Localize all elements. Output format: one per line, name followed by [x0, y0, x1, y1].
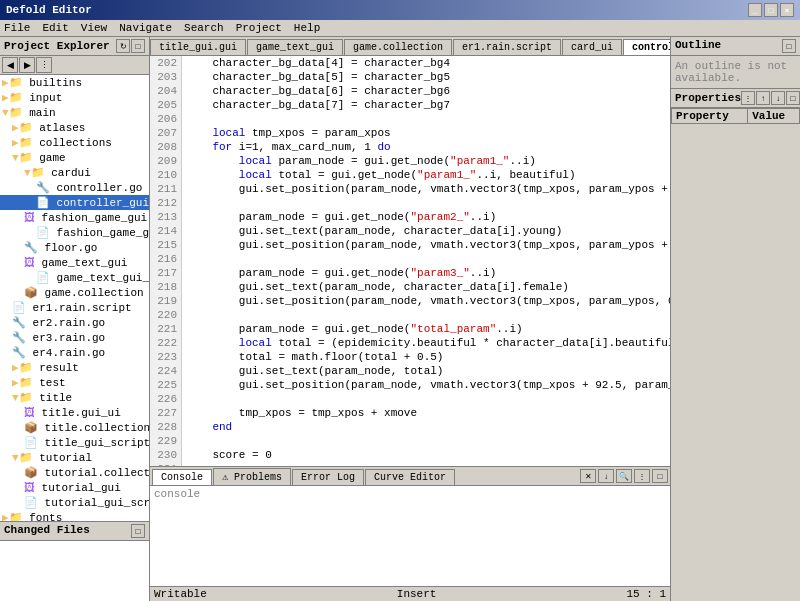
tree-item-input[interactable]: ▶📁 input — [0, 90, 149, 105]
tab-bar: title_gui.gui game_text_gui game.collect… — [150, 37, 670, 56]
tree-item-title-script[interactable]: 📄 title_gui_script — [0, 435, 149, 450]
menu-file[interactable]: File — [4, 22, 30, 34]
tree-item-floor[interactable]: 🔧 floor.go — [0, 240, 149, 255]
tab-game-collection[interactable]: game.collection — [344, 39, 452, 55]
status-insert: Insert — [397, 588, 437, 600]
sidebar-btn-2[interactable]: ▶ — [19, 57, 35, 73]
tree-item-fonts[interactable]: ▶📁 fonts — [0, 510, 149, 521]
properties-panel: Properties ⋮ ↑ ↓ □ Property Value — [671, 88, 800, 601]
prop-btn-1[interactable]: ⋮ — [741, 91, 755, 105]
tree-item-controller-gui-script[interactable]: 📄 controller_gui_script — [0, 195, 149, 210]
properties-toolbar: ⋮ ↑ ↓ □ — [741, 91, 800, 105]
tab-card-ui[interactable]: card_ui — [562, 39, 622, 55]
menu-project[interactable]: Project — [236, 22, 282, 34]
sidebar: Project Explorer ↻ □ ◀ ▶ ⋮ ▶📁 builtins ▶… — [0, 37, 150, 601]
bottom-tab-bar: Console ⚠ Problems Error Log Curve Edito… — [150, 467, 670, 486]
tree-item-title[interactable]: ▼📁 title — [0, 390, 149, 405]
minimize-button[interactable]: _ — [748, 3, 762, 17]
tree-item-tutorial-script[interactable]: 📄 tutorial_gui_script — [0, 495, 149, 510]
titlebar: Defold Editor _ □ × — [0, 0, 800, 20]
bottom-toolbar: ✕ ↓ 🔍 ⋮ □ — [580, 469, 668, 483]
sidebar-toolbar: ◀ ▶ ⋮ — [0, 56, 149, 75]
tree-item-result[interactable]: ▶📁 result — [0, 360, 149, 375]
status-bar: Writable Insert 15 : 1 — [150, 586, 670, 601]
tree-item-atlases[interactable]: ▶📁 atlases — [0, 120, 149, 135]
bottom-panel: Console ⚠ Problems Error Log Curve Edito… — [150, 466, 670, 586]
outline-title: Outline — [675, 39, 721, 53]
tree-item-tutorial-collection[interactable]: 📦 tutorial.collection — [0, 465, 149, 480]
menu-edit[interactable]: Edit — [42, 22, 68, 34]
console-clear-btn[interactable]: ✕ — [580, 469, 596, 483]
console-area: console — [150, 486, 670, 586]
tab-title-gui[interactable]: title_gui.gui — [150, 39, 246, 55]
tree-item-er4rain[interactable]: 🔧 er4.rain.go — [0, 345, 149, 360]
outline-header: Outline □ — [671, 37, 800, 56]
console-search-btn[interactable]: 🔍 — [616, 469, 632, 483]
menu-search[interactable]: Search — [184, 22, 224, 34]
tree-item-title-collection[interactable]: 📦 title.collection — [0, 420, 149, 435]
prop-btn-2[interactable]: ↑ — [756, 91, 770, 105]
menu-help[interactable]: Help — [294, 22, 320, 34]
menubar: File Edit View Navigate Search Project H… — [0, 20, 800, 37]
prop-btn-3[interactable]: ↓ — [771, 91, 785, 105]
tab-controller-gui[interactable]: controller_gui_sc... — [623, 39, 670, 55]
properties-table: Property Value — [671, 108, 800, 124]
tree-item-test[interactable]: ▶📁 test — [0, 375, 149, 390]
tree-item-er1rain[interactable]: 📄 er1.rain.script — [0, 300, 149, 315]
tree-item-fashion-game-gui[interactable]: 🖼 fashion_game_gui — [0, 210, 149, 225]
changed-files-header: Changed Files □ — [0, 522, 149, 541]
tree-item-title-gui[interactable]: 🖼 title.gui_ui — [0, 405, 149, 420]
project-tree: ▶📁 builtins ▶📁 input ▼📁 main ▶📁 atlases … — [0, 75, 149, 521]
sidebar-btn-3[interactable]: ⋮ — [36, 57, 52, 73]
tree-item-game-text-gui[interactable]: 🖼 game_text_gui — [0, 255, 149, 270]
code-content[interactable]: character_bg_data[4] = character_bg4 cha… — [182, 56, 670, 466]
bottom-tab-curve-editor[interactable]: Curve Editor — [365, 469, 455, 485]
bottom-tab-problems[interactable]: ⚠ Problems — [213, 468, 291, 485]
console-filter-btn[interactable]: ⋮ — [634, 469, 650, 483]
console-label: console — [154, 488, 666, 500]
titlebar-buttons: _ □ × — [748, 3, 794, 17]
sidebar-header: Project Explorer ↻ □ — [0, 37, 149, 56]
menu-view[interactable]: View — [81, 22, 107, 34]
menu-navigate[interactable]: Navigate — [119, 22, 172, 34]
prop-col-property: Property — [672, 109, 748, 124]
tab-er1rain[interactable]: er1.rain.script — [453, 39, 561, 55]
tree-item-builtins[interactable]: ▶📁 builtins — [0, 75, 149, 90]
line-numbers: 202203204205206 207208209210211 21221321… — [150, 56, 182, 466]
code-editor[interactable]: 202203204205206 207208209210211 21221321… — [150, 56, 670, 466]
maximize-button[interactable]: □ — [764, 3, 778, 17]
changed-files-title: Changed Files — [4, 524, 90, 538]
tab-game-text-gui[interactable]: game_text_gui — [247, 39, 343, 55]
right-panel: Outline □ An outline is not available. P… — [670, 37, 800, 601]
close-button[interactable]: × — [780, 3, 794, 17]
console-scroll-btn[interactable]: ↓ — [598, 469, 614, 483]
tree-item-game-text-gui-script[interactable]: 📄 game_text_gui_script — [0, 270, 149, 285]
editor-area: title_gui.gui game_text_gui game.collect… — [150, 37, 670, 601]
tree-item-er3rain[interactable]: 🔧 er3.rain.go — [0, 330, 149, 345]
status-writable: Writable — [154, 588, 207, 600]
tree-item-controller-go[interactable]: 🔧 controller.go — [0, 180, 149, 195]
tree-item-main[interactable]: ▼📁 main — [0, 105, 149, 120]
tree-item-er2rain[interactable]: 🔧 er2.rain.go — [0, 315, 149, 330]
tree-item-tutorial-gui[interactable]: 🖼 tutorial_gui — [0, 480, 149, 495]
tree-item-game[interactable]: ▼📁 game — [0, 150, 149, 165]
properties-header: Properties ⋮ ↑ ↓ □ — [671, 89, 800, 108]
changed-files-btn-1[interactable]: □ — [131, 524, 145, 538]
bottom-tab-error-log[interactable]: Error Log — [292, 469, 364, 485]
sidebar-btn-1[interactable]: ◀ — [2, 57, 18, 73]
sidebar-sync-btn[interactable]: ↻ — [116, 39, 130, 53]
bottom-tab-console[interactable]: Console — [152, 469, 212, 485]
outline-btn-1[interactable]: □ — [782, 39, 796, 53]
sidebar-collapse-btn[interactable]: □ — [131, 39, 145, 53]
tree-item-game-collection[interactable]: 📦 game.collection — [0, 285, 149, 300]
status-position: 15 : 1 — [626, 588, 666, 600]
sidebar-title: Project Explorer — [4, 40, 110, 52]
console-collapse-btn[interactable]: □ — [652, 469, 668, 483]
tree-item-tutorial[interactable]: ▼📁 tutorial — [0, 450, 149, 465]
tree-item-cardui[interactable]: ▼📁 cardui — [0, 165, 149, 180]
tree-item-collections[interactable]: ▶📁 collections — [0, 135, 149, 150]
prop-btn-collapse[interactable]: □ — [786, 91, 800, 105]
prop-col-value: Value — [748, 109, 800, 124]
tree-item-fashion-script[interactable]: 📄 fashion_game_gui_script — [0, 225, 149, 240]
app-title: Defold Editor — [6, 4, 92, 16]
